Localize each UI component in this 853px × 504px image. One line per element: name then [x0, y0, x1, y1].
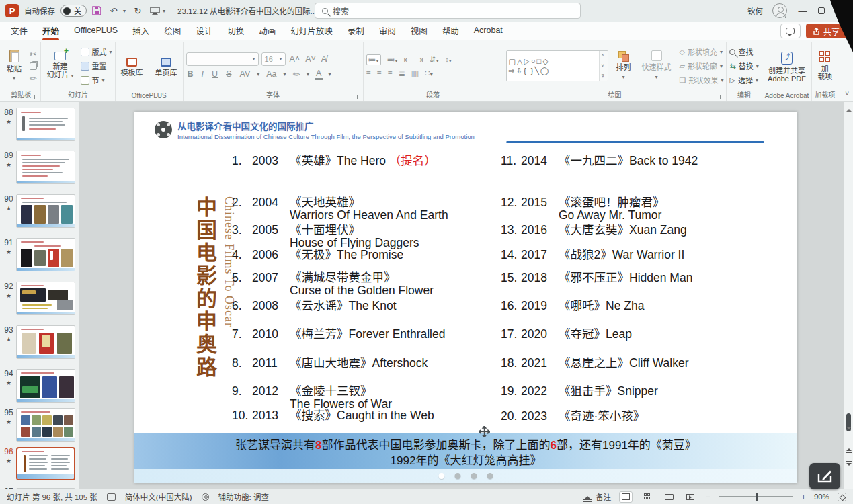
- save-icon[interactable]: [92, 6, 101, 15]
- scroll-up-icon[interactable]: [846, 106, 852, 112]
- replace-button[interactable]: ⇆替换▾: [729, 60, 758, 71]
- tab-home[interactable]: 开始: [36, 21, 66, 41]
- format-painter-icon[interactable]: ✎: [26, 71, 40, 85]
- thumbnail-slide-90[interactable]: 90★: [0, 194, 79, 229]
- previous-slide-icon[interactable]: [846, 446, 852, 451]
- zoom-level[interactable]: 90%: [814, 493, 829, 501]
- slide-sorter-button[interactable]: [641, 491, 654, 503]
- notes-button[interactable]: 备注: [583, 491, 611, 502]
- tab-view[interactable]: 视图: [404, 21, 434, 41]
- new-slide-button[interactable]: 新建 幻灯片 ▾: [44, 50, 76, 81]
- strikethrough-button[interactable]: S: [225, 69, 233, 79]
- shrink-font-button[interactable]: A˅: [304, 54, 317, 64]
- align-left-button[interactable]: ≡: [366, 69, 371, 78]
- arrange-button[interactable]: 排列▾: [614, 50, 634, 83]
- user-avatar[interactable]: [772, 3, 787, 18]
- quick-access-overflow-icon[interactable]: ▾: [163, 8, 165, 14]
- tab-slideshow[interactable]: 幻灯片放映: [284, 21, 339, 41]
- tab-help[interactable]: 帮助: [436, 21, 466, 41]
- clipboard-dialog-launcher[interactable]: [34, 95, 39, 99]
- copy-icon[interactable]: [30, 62, 37, 70]
- font-size-select[interactable]: 16▾: [261, 52, 286, 66]
- align-center-button[interactable]: ≡: [377, 69, 382, 78]
- tab-animations[interactable]: 动画: [252, 21, 282, 41]
- zoom-slider[interactable]: [719, 496, 793, 497]
- zoom-in-button[interactable]: +: [801, 492, 806, 502]
- font-dialog-launcher[interactable]: [357, 95, 362, 99]
- drawing-dialog-launcher[interactable]: [720, 95, 725, 99]
- justify-button[interactable]: ≣: [399, 69, 405, 78]
- select-button[interactable]: ▷选择▾: [729, 75, 758, 85]
- numbering-button[interactable]: ≕▾: [387, 55, 398, 65]
- single-page-library-button[interactable]: 单页库: [153, 56, 180, 78]
- zoom-slider-thumb[interactable]: [756, 493, 758, 501]
- slideshow-button[interactable]: [684, 491, 697, 503]
- bullets-button[interactable]: ≔▾: [366, 54, 381, 65]
- line-spacing-button[interactable]: ⇵▾: [430, 55, 439, 65]
- text-direction-button[interactable]: ↕▾: [445, 55, 452, 65]
- shapes-scroll[interactable]: ˄˅⊽: [599, 51, 608, 81]
- template-library-button[interactable]: 模板库: [118, 56, 146, 78]
- accessibility-status[interactable]: 辅助功能: 调查: [218, 491, 269, 502]
- thumbnail-slide-95[interactable]: 95★: [0, 408, 79, 443]
- reading-view-button[interactable]: [662, 491, 676, 503]
- thumbnail-slide-94[interactable]: 94★: [0, 369, 79, 404]
- language-label[interactable]: 简体中文(中国大陆): [125, 491, 192, 502]
- thumbnail-slide-92[interactable]: 92★: [0, 282, 79, 317]
- autosave-toggle[interactable]: 关: [60, 5, 87, 17]
- align-right-button[interactable]: ≡: [388, 69, 393, 78]
- addins-button[interactable]: 加载项: [815, 50, 835, 82]
- shape-effects-button[interactable]: ❏ 形状效果▾: [680, 75, 724, 85]
- tab-transitions[interactable]: 切换: [220, 21, 251, 41]
- paragraph-dialog-launcher[interactable]: [497, 95, 501, 99]
- tab-acrobat[interactable]: Acrobat: [467, 22, 510, 39]
- tab-review[interactable]: 审阅: [372, 21, 403, 41]
- find-button[interactable]: 查找: [729, 46, 758, 57]
- decrease-indent-button[interactable]: ⇤: [404, 55, 411, 65]
- scroll-down-icon[interactable]: [846, 427, 852, 432]
- minimize-button[interactable]: —: [797, 6, 809, 16]
- next-slide-icon[interactable]: [846, 463, 852, 468]
- tab-insert[interactable]: 插入: [126, 21, 156, 41]
- quick-styles-button[interactable]: 快速样式▾: [639, 49, 674, 83]
- ink-pen-button[interactable]: [809, 463, 840, 489]
- slide-96[interactable]: 从电影译介看中国文化的国际推广 International Disseminat…: [134, 112, 797, 483]
- reset-button[interactable]: 重置: [81, 60, 112, 71]
- char-spacing-button[interactable]: AV: [238, 69, 251, 79]
- italic-button[interactable]: I: [200, 69, 205, 79]
- shape-fill-button[interactable]: ◇ 形状填充▾: [680, 46, 724, 57]
- create-pdf-button[interactable]: 创建并共享Adobe PDF: [765, 50, 809, 84]
- thumbnail-slide-89[interactable]: 89★: [0, 151, 79, 185]
- tab-record[interactable]: 录制: [341, 21, 371, 41]
- normal-view-button[interactable]: [619, 491, 633, 503]
- tab-officeplus[interactable]: OfficePLUS: [67, 22, 124, 39]
- spellcheck-icon[interactable]: [107, 493, 116, 501]
- underline-button[interactable]: U: [210, 69, 219, 79]
- fit-slide-icon[interactable]: [838, 493, 846, 501]
- comments-button[interactable]: [780, 24, 801, 38]
- text-options-button[interactable]: ∷▾: [425, 69, 433, 78]
- paste-button[interactable]: 粘贴 ▾: [4, 48, 24, 84]
- tab-design[interactable]: 设计: [189, 21, 219, 41]
- slide-canvas[interactable]: 从电影译介看中国文化的国际推广 International Disseminat…: [79, 102, 844, 489]
- zoom-out-button[interactable]: −: [705, 491, 710, 502]
- redo-icon[interactable]: ↻: [131, 6, 145, 16]
- change-case-button[interactable]: Aa: [265, 69, 278, 79]
- slide-thumbnail-panel[interactable]: 88★ 89★: [0, 102, 79, 489]
- section-button[interactable]: 节▾: [81, 75, 112, 85]
- increase-indent-button[interactable]: ⇥: [417, 55, 423, 65]
- thumbnail-slide-96-selected[interactable]: 96★: [0, 447, 79, 482]
- columns-button[interactable]: ▥: [411, 69, 419, 78]
- vertical-scrollbar[interactable]: [844, 102, 853, 489]
- search-input[interactable]: 搜索: [315, 3, 581, 19]
- layout-button[interactable]: 版式▾: [81, 46, 112, 57]
- thumbnail-slide-93[interactable]: 93★: [0, 325, 79, 360]
- collapse-ribbon-icon[interactable]: ˅: [845, 90, 849, 97]
- thumbnail-slide-88[interactable]: 88★: [0, 108, 79, 142]
- grow-font-button[interactable]: A˄: [288, 54, 302, 64]
- shape-outline-button[interactable]: ▱ 形状轮廓▾: [680, 60, 724, 71]
- undo-icon[interactable]: ↶: [107, 6, 120, 16]
- font-color-button[interactable]: A: [315, 69, 323, 80]
- font-name-select[interactable]: ▾: [186, 52, 259, 66]
- tab-draw[interactable]: 绘图: [157, 21, 188, 41]
